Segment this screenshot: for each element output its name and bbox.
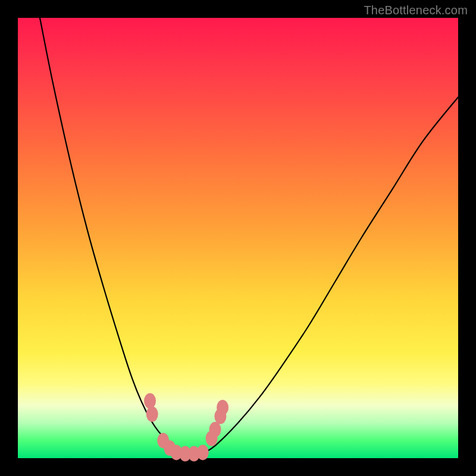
watermark-text: TheBottleneck.com (364, 4, 468, 17)
chart-svg (18, 18, 458, 458)
plot-area (18, 18, 458, 458)
chart-frame: TheBottleneck.com (0, 0, 476, 476)
data-marker (209, 422, 221, 437)
markers-group (144, 393, 228, 462)
series-left-curve (40, 18, 185, 454)
data-marker (197, 444, 209, 460)
data-marker (146, 406, 158, 422)
data-marker (217, 400, 228, 415)
data-marker (144, 393, 156, 409)
series-right-curve (203, 97, 458, 453)
